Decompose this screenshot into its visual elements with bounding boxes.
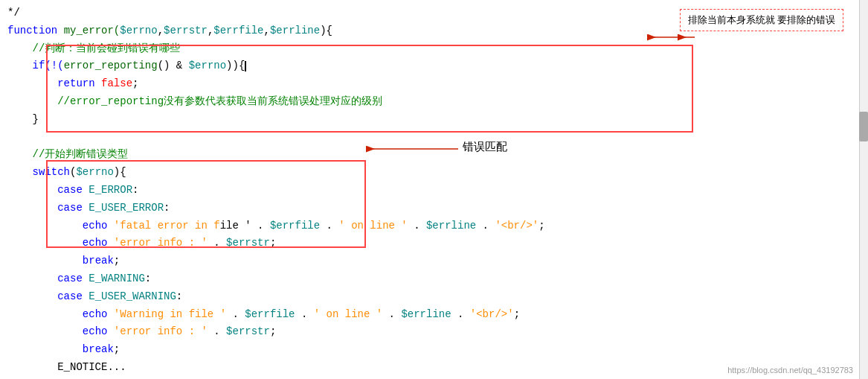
scroll-thumb[interactable] [859, 112, 868, 141]
code-line: echo 'error info : ' . $errstr; [7, 323, 833, 341]
annotation-middle-right: 错误匹配 [460, 138, 510, 156]
scrollbar[interactable] [859, 0, 868, 379]
code-line: break; [7, 341, 833, 359]
annotation-top-right: 排除当前本身系统就 要排除的错误 [680, 9, 843, 31]
code-line: if(!(error_reporting() & $errno)){ [7, 57, 833, 75]
code-line [7, 129, 833, 147]
code-line: //判断：当前会碰到错误有哪些 [7, 40, 833, 58]
code-line: //开始判断错误类型 [7, 146, 833, 164]
code-line: E_NOTICE... [7, 359, 833, 377]
code-line: case E_USER_ERROR: [7, 200, 833, 217]
code-line: echo 'error info : ' . $errstr; [7, 235, 833, 252]
code-line: case E_ERROR: [7, 182, 833, 200]
code-line: //error_reporting没有参数代表获取当前系统错误处理对应的级别 [7, 93, 833, 111]
code-line: echo 'Warning in file ' . $errfile . ' o… [7, 306, 833, 324]
watermark: https://blog.csdn.net/qq_43192783 [727, 366, 853, 375]
code-line: } [7, 111, 833, 129]
code-area: */ function my_error($errno,$errstr,$err… [0, 0, 840, 379]
code-line: case E_USER_WARNING: [7, 288, 833, 306]
code-line: return false; [7, 75, 833, 93]
code-line: switch($errno){ [7, 164, 833, 182]
code-line: echo 'fatal error in file ' . $errfile .… [7, 217, 833, 235]
code-line: break; [7, 252, 833, 270]
code-line: case E_WARNING: [7, 270, 833, 288]
